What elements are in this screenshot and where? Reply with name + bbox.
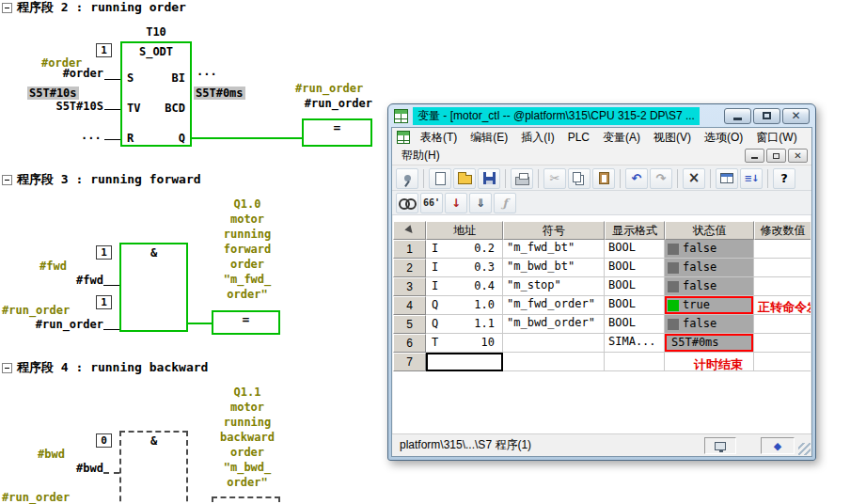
operand[interactable]: #fwd [24, 274, 103, 287]
collapse-icon[interactable] [2, 3, 12, 13]
undo-button[interactable]: ↶ [625, 168, 648, 189]
pin-toolbar-button[interactable] [396, 168, 418, 189]
force-button[interactable]: ƒ [494, 193, 516, 213]
column-header-address[interactable]: 地址 [426, 221, 503, 240]
menu-insert[interactable]: 插入(I) [514, 128, 560, 148]
status-indicator [668, 244, 679, 255]
format-cell[interactable]: BOOL [605, 259, 665, 277]
menu-help[interactable]: 帮助(H) [395, 146, 447, 165]
operand[interactable]: #run_order [297, 97, 372, 110]
operand[interactable]: ... [197, 65, 217, 78]
screen: 程序段 2 : running order T10 S_ODT S TV R B… [0, 0, 866, 504]
format-cell[interactable]: BOOL [605, 296, 665, 315]
menu-plc[interactable]: PLC [561, 129, 596, 146]
format-cell[interactable]: SIMA... [605, 334, 665, 353]
operand[interactable]: #run_order [2, 318, 103, 331]
close-button[interactable]: ✕ [782, 108, 810, 124]
menu-options[interactable]: 选项(O) [698, 128, 749, 148]
monitor-once-button[interactable]: 66' [420, 193, 443, 213]
mdi-window-controls: ✕ [745, 149, 811, 163]
format-cell[interactable] [605, 353, 665, 371]
menu-view[interactable]: 视图(V) [647, 128, 698, 148]
collapse-icon[interactable] [2, 363, 12, 373]
maximize-button[interactable] [753, 108, 780, 124]
save-button[interactable] [478, 168, 500, 189]
modify-variables-button[interactable]: ↓ [445, 193, 467, 213]
copy-button[interactable] [568, 168, 590, 189]
toolbar-separator [710, 169, 711, 188]
and-gate-block[interactable]: & [119, 243, 188, 332]
undo-icon: ↶ [632, 172, 642, 184]
cut-button[interactable]: ✂ [543, 168, 566, 189]
symbol-cell[interactable]: "m_bwd_order" [503, 315, 605, 334]
new-table-button[interactable] [429, 168, 451, 189]
symbol-cell[interactable]: "m_fwd_bt" [503, 240, 605, 259]
modify-once-button[interactable]: ⇓ [469, 193, 492, 213]
print-button[interactable] [511, 168, 533, 189]
format-cell[interactable]: BOOL [605, 315, 665, 334]
menu-variable[interactable]: 变量(A) [596, 128, 647, 148]
symbol-cell[interactable] [503, 334, 605, 353]
column-header-modify[interactable]: 修改数值 [754, 221, 811, 240]
address-cell[interactable]: Q1.0 [426, 296, 503, 315]
symbol-cell[interactable]: "m_bwd_bt" [503, 259, 605, 277]
open-button[interactable] [453, 168, 476, 189]
format-cell[interactable]: BOOL [605, 277, 665, 296]
format-cell[interactable]: BOOL [605, 240, 665, 259]
mdi-minimize-button[interactable] [745, 149, 764, 163]
assign-coil[interactable]: = [302, 118, 372, 147]
mdi-close-button[interactable]: ✕ [788, 149, 808, 163]
title-bar[interactable]: 变量 - [motor_ctl -- @platform\315\CPU 315… [388, 104, 815, 127]
timer-block-s-odt[interactable]: S_ODT S TV R BI BCD Q [120, 41, 192, 147]
menu-table[interactable]: 表格(T) [414, 128, 464, 148]
collapse-icon[interactable] [2, 175, 12, 185]
resize-grip[interactable] [798, 443, 811, 455]
symbol-cell[interactable] [503, 353, 605, 371]
assign-coil[interactable]: = [212, 310, 280, 335]
menu-window[interactable]: 窗口(W) [749, 128, 803, 148]
pin-r: R [127, 132, 134, 145]
pin-bcd: BCD [165, 102, 185, 115]
address-cell[interactable]: I0.4 [426, 277, 503, 296]
address-cell[interactable]: I0.3 [426, 259, 503, 277]
sort-button[interactable]: ≡↓ [740, 168, 763, 189]
operand[interactable]: ... [81, 129, 102, 142]
address-cell-cursor[interactable] [426, 353, 503, 371]
operand[interactable]: #order [28, 67, 103, 80]
modify-cell[interactable] [754, 353, 811, 371]
modify-cell[interactable] [754, 334, 811, 353]
symbol-cell[interactable]: "m_stop" [503, 277, 605, 296]
modify-cell[interactable] [754, 259, 811, 277]
address-cell[interactable]: I0.2 [426, 240, 503, 259]
address-cell[interactable]: T10 [426, 334, 503, 353]
context-help-button[interactable]: ? [773, 168, 795, 189]
address-cell[interactable]: Q1.1 [426, 315, 503, 334]
powered-wire [190, 137, 302, 139]
minimize-button[interactable] [724, 108, 751, 124]
monitor-variables-button[interactable] [396, 193, 418, 213]
save-icon [483, 172, 496, 184]
operand[interactable]: S5T#10S [28, 100, 103, 113]
toolbar-separator [538, 169, 539, 188]
state-indicator: 1 [96, 43, 112, 57]
delete-button[interactable]: × [683, 168, 705, 189]
column-header-symbol[interactable]: 符号 [503, 221, 605, 240]
redo-button[interactable]: ↷ [650, 168, 672, 189]
modify-cell[interactable] [754, 240, 811, 259]
menu-edit[interactable]: 编辑(E) [464, 128, 514, 148]
row-number: 7 [393, 353, 426, 371]
assign-coil[interactable]: = [212, 496, 280, 504]
symbol-cell[interactable]: "m_fwd_order" [503, 296, 605, 315]
modify-cell[interactable] [754, 277, 811, 296]
status-cell-true: true [665, 296, 754, 315]
network-4-header: 程序段 4 : running backward [2, 359, 208, 376]
column-header-format[interactable]: 显示格式 [605, 221, 665, 240]
operand[interactable]: #bwd [24, 462, 103, 475]
window-controls: ✕ [724, 108, 810, 124]
paste-button[interactable] [592, 168, 615, 189]
and-gate-block[interactable]: & [119, 431, 188, 504]
column-header-status[interactable]: 状态值 [665, 221, 754, 240]
mdi-restore-button[interactable] [766, 149, 786, 163]
variable-table-button[interactable] [716, 168, 738, 189]
modify-cell[interactable] [754, 315, 811, 334]
